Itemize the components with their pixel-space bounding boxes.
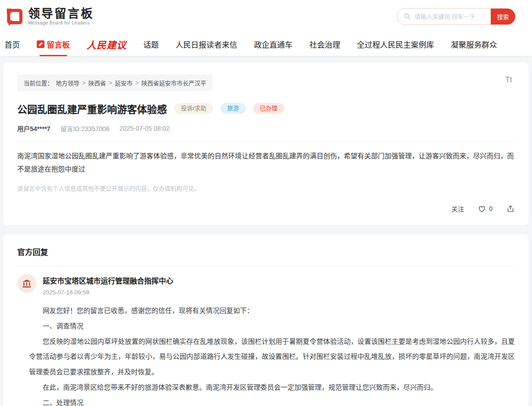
breadcrumb-separator: > xyxy=(135,79,139,86)
nav-item-label: 留言板 xyxy=(47,39,70,50)
nav-item-peoples-suggestion[interactable]: 人民建议 xyxy=(87,33,127,56)
reply-body: 网友您好！您的留言已收悉，感谢您的信任，现将有关情况回复如下： 一、调查情况 您… xyxy=(29,303,515,406)
breadcrumb-link-city[interactable]: 延安市 xyxy=(115,78,132,87)
breadcrumb: 当前位置： 地方领导 > 陕西省 > 延安市 > 陕西省延安市市长严汉平 xyxy=(17,74,213,91)
site-header: 领导留言板 Message Board for Leaders 搜索 xyxy=(0,0,532,33)
reply-paragraph: 一、调查情况 xyxy=(29,318,515,334)
nav-item-home[interactable]: 首页 xyxy=(5,33,20,56)
reply-paragraph: 二、处理情况 xyxy=(29,395,515,406)
search-button[interactable]: 搜索 xyxy=(491,9,515,24)
share-button[interactable] xyxy=(506,205,515,213)
post-meta: 用户54****7 留言ID:23357006 2025-07-05 08:02 xyxy=(17,124,515,133)
follow-label: 关注 xyxy=(451,204,464,213)
logo-icon xyxy=(5,6,24,26)
divider xyxy=(17,141,515,142)
post-message-id: 留言ID:23357006 xyxy=(60,124,109,133)
reply-datetime: 2025-07-16 09:59 xyxy=(43,289,173,296)
site-logo[interactable]: 领导留言板 Message Board for Leaders xyxy=(5,6,94,26)
post-actions: 关注 0 xyxy=(17,204,515,213)
post-card: 当前位置： 地方领导 > 陕西省 > 延安市 > 陕西省延安市市长严汉平 Tt … xyxy=(4,63,528,225)
official-reply-card: 官方回复 延安市宝塔区城市运行管理融合指挥中心 2025-07-16 09:59… xyxy=(4,234,528,406)
nav-item-social-governance[interactable]: 社会治理 xyxy=(309,33,340,56)
government-building-icon xyxy=(17,274,36,293)
privacy-note: 该留言中含有个人信息或其他不便公开展示的内容，仅办理机构可见。 xyxy=(17,184,515,192)
font-size-toggle[interactable]: Tt xyxy=(503,74,515,85)
page-content: 当前位置： 地方领导 > 陕西省 > 延安市 > 陕西省延安市市长严汉平 Tt … xyxy=(0,56,532,406)
reply-paragraph: 网友您好！您的留言已收悉，感谢您的信任，现将有关情况回复如下： xyxy=(29,303,515,318)
breadcrumb-separator: > xyxy=(109,79,112,86)
search-input[interactable] xyxy=(415,13,491,20)
nav-item-message-board[interactable]: 留言板 xyxy=(37,33,70,56)
status-badge: 已办理 xyxy=(253,103,284,114)
post-title: 公园乱圈乱建严重影响游客体验感 xyxy=(17,101,167,116)
site-subtitle: Message Board for Leaders xyxy=(28,20,94,25)
post-datetime: 2025-07-05 08:02 xyxy=(119,125,170,132)
nav-item-topics[interactable]: 话题 xyxy=(143,33,159,56)
site-title: 领导留言板 xyxy=(28,7,94,20)
heart-icon xyxy=(478,205,486,213)
nav-item-reader-letters[interactable]: 人民日报读者来信 xyxy=(176,33,237,56)
topic-tag: 旅游 xyxy=(220,103,246,114)
divider xyxy=(17,265,515,266)
main-nav: 首页 留言板 人民建议 话题 人民日报读者来信 政企直通车 社会治理 全过程人民… xyxy=(0,33,532,56)
reply-paragraph: 在此，南泥湾景区给您带来不好的旅游体验深表歉意。南泥湾开发区管理委员会一定加强管… xyxy=(29,380,515,395)
like-count: 0 xyxy=(489,205,493,212)
nav-item-serve-masses[interactable]: 凝聚服务群众 xyxy=(451,33,497,56)
breadcrumb-link-leader[interactable]: 陕西省延安市市长严汉平 xyxy=(142,78,206,87)
post-author: 用户54****7 xyxy=(17,124,50,133)
like-button[interactable]: 0 xyxy=(478,205,493,213)
breadcrumb-link-region[interactable]: 地方领导 xyxy=(56,78,79,87)
reply-section-title: 官方回复 xyxy=(17,246,515,257)
reply-header: 延安市宝塔区城市运行管理融合指挥中心 2025-07-16 09:59 xyxy=(17,274,515,296)
search-box: 搜索 xyxy=(397,8,516,25)
post-body: 南泥湾国家湿地公园乱圈乱建严重影响了游客体验感，非常优美的自然环境让经营者乱圈乱… xyxy=(17,150,515,176)
reply-paragraph: 您反映的湿地公园内草坪处放置的网状围栏确实存在乱堆放现象，该围栏计划用于暑期夏令… xyxy=(29,334,515,380)
search-icon xyxy=(404,13,411,20)
edit-icon xyxy=(37,40,44,48)
nav-item-gov-enterprise[interactable]: 政企直通车 xyxy=(254,33,293,56)
nav-item-democracy-cases[interactable]: 全过程人民民主案例库 xyxy=(357,33,434,56)
share-icon xyxy=(506,205,515,213)
breadcrumb-link-province[interactable]: 陕西省 xyxy=(88,78,106,87)
reply-agency-name: 延安市宝塔区城市运行管理融合指挥中心 xyxy=(43,274,173,286)
breadcrumb-separator: > xyxy=(82,79,86,86)
follow-button[interactable]: 关注 xyxy=(451,204,464,213)
breadcrumb-prefix: 当前位置： xyxy=(24,78,53,87)
category-tag: 投诉/求助 xyxy=(174,103,213,114)
